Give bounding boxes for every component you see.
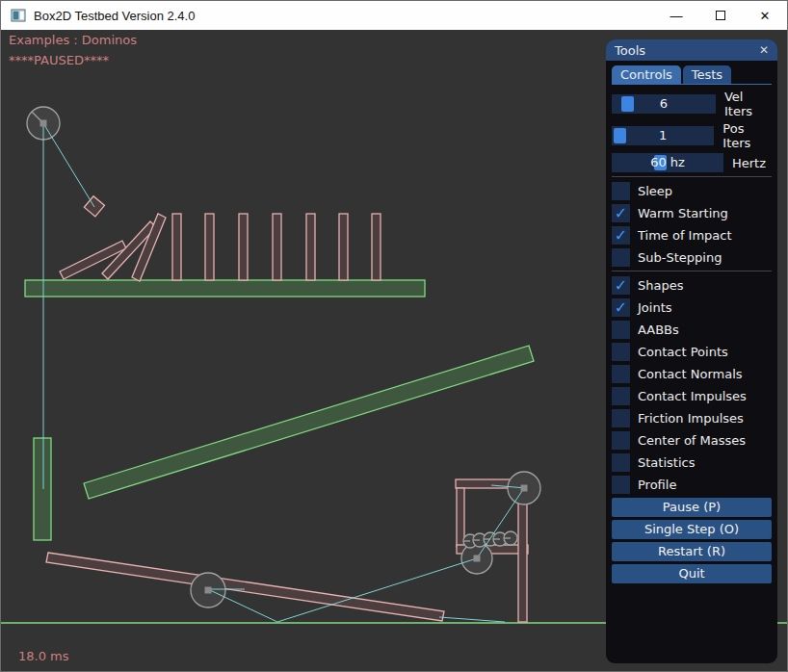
checkbox-box[interactable] [612, 476, 630, 494]
checkbox-box[interactable] [612, 365, 630, 383]
checkbox-box[interactable] [612, 321, 630, 339]
tab-bar: ControlsTests [612, 65, 772, 85]
checkbox-box[interactable] [612, 387, 630, 405]
checkbox-label: Shapes [638, 278, 683, 293]
upright-domino-4 [273, 214, 281, 280]
domino-platform [25, 280, 425, 297]
vertical-column [34, 438, 51, 540]
window-title: Box2D Testbed Version 2.4.0 [34, 9, 195, 23]
checkbox-box[interactable]: ✓ [612, 204, 630, 222]
slider-hertz[interactable]: 60 hz [612, 153, 723, 172]
checkbox-center-of-masses[interactable]: Center of Masses [612, 431, 772, 450]
checkbox-shapes[interactable]: ✓Shapes [612, 276, 772, 295]
slider-row-vel-iters: 6Vel Iters [612, 90, 772, 118]
anchor-table-upper [521, 485, 528, 492]
os-titlebar: Box2D Testbed Version 2.4.0 — ✕ [1, 1, 787, 30]
minimize-button[interactable]: — [654, 1, 698, 30]
paused-label: ****PAUSED**** [9, 53, 109, 67]
upright-domino-5 [306, 214, 315, 280]
seesaw-plank [46, 553, 444, 621]
checkbox-contact-points[interactable]: Contact Points [612, 343, 772, 361]
anchor-plank-pivot [205, 587, 212, 594]
button-restart-r[interactable]: Restart (R) [612, 542, 772, 561]
checkbox-label: Sub-Stepping [638, 250, 722, 265]
checkbox-label: Sleep [638, 184, 672, 198]
upright-domino-6 [339, 214, 348, 280]
button-pause-p[interactable]: Pause (P) [612, 498, 772, 517]
checkbox-box[interactable] [612, 453, 630, 472]
checkbox-statistics[interactable]: Statistics [612, 453, 772, 472]
separator [612, 176, 772, 177]
checkbox-label: Friction Impulses [638, 411, 744, 426]
app-window: Box2D Testbed Version 2.4.0 — ✕ Examples… [0, 0, 788, 672]
check-icon: ✓ [612, 204, 630, 222]
ground-joint [439, 617, 505, 622]
checkbox-label: Contact Impulses [638, 389, 747, 403]
checkbox-profile[interactable]: Profile [612, 476, 772, 494]
button-quit[interactable]: Quit [612, 564, 772, 583]
checkbox-box[interactable] [612, 248, 630, 267]
checkbox-label: Statistics [638, 455, 695, 470]
slider-value: 1 [612, 126, 714, 145]
checkbox-box[interactable]: ✓ [612, 298, 630, 317]
slider-label: Vel Iters [724, 90, 772, 118]
check-icon: ✓ [612, 226, 630, 245]
upright-domino-1 [172, 214, 181, 280]
checkbox-joints[interactable]: ✓Joints [612, 298, 772, 317]
checkbox-box[interactable]: ✓ [612, 226, 630, 245]
slider-value: 60 hz [612, 153, 723, 172]
slider-pos-iters[interactable]: 1 [612, 126, 714, 145]
panel-close-icon[interactable]: ✕ [759, 44, 769, 56]
checkbox-contact-impulses[interactable]: Contact Impulses [612, 387, 772, 405]
checkbox-box[interactable] [612, 182, 630, 200]
example-label: Examples : Dominos [9, 33, 137, 47]
checkbox-label: Time of Impact [638, 228, 732, 243]
frame-time-label: 18.0 ms [18, 649, 69, 663]
checkbox-time-of-impact[interactable]: ✓Time of Impact [612, 226, 772, 245]
checkbox-contact-normals[interactable]: Contact Normals [612, 365, 772, 383]
checkbox-box[interactable] [612, 409, 630, 427]
upright-domino-2 [205, 214, 214, 280]
checkbox-label: Profile [638, 478, 676, 492]
checkbox-label: Warm Starting [638, 206, 728, 220]
anchor-pendulum [40, 120, 47, 127]
check-icon: ✓ [612, 276, 630, 295]
table-left-leg [457, 488, 464, 547]
tab-tests[interactable]: Tests [683, 65, 731, 84]
checkbox-box[interactable]: ✓ [612, 276, 630, 295]
ramp [84, 346, 534, 499]
maximize-button[interactable] [698, 1, 743, 30]
separator [612, 271, 772, 271]
slider-row-pos-iters: 1Pos Iters [612, 121, 772, 150]
table-right-leg [518, 488, 527, 622]
checkbox-label: Contact Normals [638, 367, 743, 381]
checkbox-sleep[interactable]: Sleep [612, 182, 772, 200]
slider-label: Hertz [732, 156, 766, 170]
tab-controls[interactable]: Controls [612, 65, 681, 84]
checkbox-label: Center of Masses [638, 433, 746, 448]
checkbox-label: AABBs [638, 323, 679, 337]
slider-value: 6 [612, 94, 716, 114]
tools-panel-titlebar[interactable]: Tools ✕ [606, 39, 777, 61]
checkbox-friction-impulses[interactable]: Friction Impulses [612, 409, 772, 427]
close-button[interactable]: ✕ [743, 1, 787, 30]
slider-row-hertz: 60 hzHertz [612, 153, 772, 172]
slider-label: Pos Iters [722, 121, 772, 150]
app-icon [11, 8, 26, 23]
check-icon: ✓ [612, 298, 630, 317]
checkbox-aabbs[interactable]: AABBs [612, 321, 772, 339]
anchor-table-lower [474, 556, 481, 562]
tools-panel: Tools ✕ ControlsTests 6Vel Iters1Pos Ite… [606, 39, 777, 663]
button-single-step-o[interactable]: Single Step (O) [612, 520, 772, 539]
checkbox-box[interactable] [612, 431, 630, 450]
checkbox-label: Contact Points [638, 345, 728, 359]
checkbox-warm-starting[interactable]: ✓Warm Starting [612, 204, 772, 222]
upright-domino-7 [372, 214, 381, 280]
maximize-icon [716, 11, 725, 20]
checkbox-box[interactable] [612, 343, 630, 361]
slider-vel-iters[interactable]: 6 [612, 94, 716, 114]
upright-domino-3 [239, 214, 248, 280]
tools-panel-title: Tools [615, 43, 645, 58]
checkbox-label: Joints [638, 300, 672, 315]
checkbox-sub-stepping[interactable]: Sub-Stepping [612, 248, 772, 267]
